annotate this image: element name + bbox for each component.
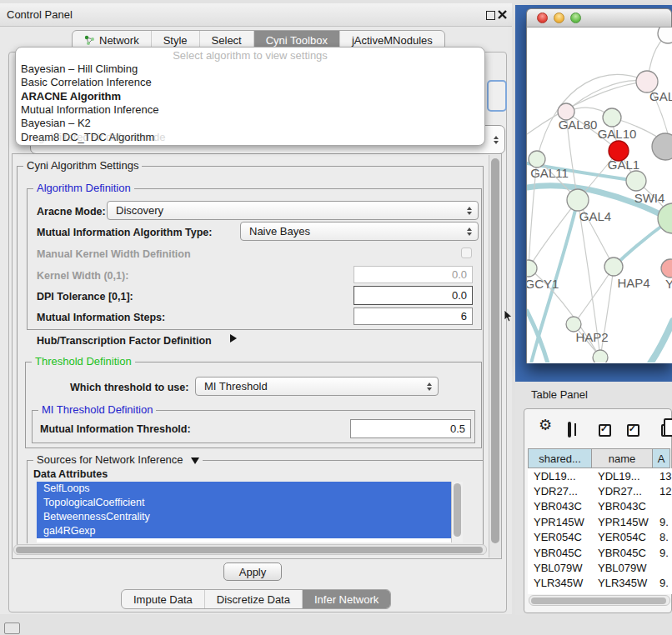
network-canvas[interactable]: GALGAL80GAL10GAL1SWI4GAL11GAL4GCY1HAP4YH… xyxy=(526,28,672,363)
settings-hscrollbar-thumb[interactable] xyxy=(16,547,483,553)
node-label: Y xyxy=(665,277,672,291)
network-edge[interactable] xyxy=(650,321,672,362)
table-cell: YBL079W xyxy=(592,562,654,574)
node-label: GAL xyxy=(649,89,672,103)
table-cell: YPR145W xyxy=(592,516,654,528)
table-horizontal-scrollbar[interactable] xyxy=(529,595,670,606)
sources-title-text: Sources for Network Inference xyxy=(37,453,183,466)
document-icon[interactable] xyxy=(664,418,672,437)
data-attributes-list[interactable]: SelfLoopsTopologicalCoefficientBetweenne… xyxy=(37,482,462,542)
column-header-A[interactable]: A xyxy=(652,448,670,468)
network-view-window[interactable]: GALGAL80GAL10GAL1SWI4GAL11GAL4GCY1HAP4YH… xyxy=(526,8,672,363)
hub-definition-label: Hub/Transcription Factor Definition xyxy=(37,335,212,347)
mi-steps-field[interactable]: 6 xyxy=(354,308,473,325)
table-cell: 8 xyxy=(654,592,672,594)
node-label: HAP2 xyxy=(575,330,608,344)
close-icon[interactable] xyxy=(498,10,507,19)
mi-algorithm-type-label: Mutual Information Algorithm Type: xyxy=(37,227,212,238)
table-rows: YDL19...YDL19...13YDR27...YDR27...12YBR0… xyxy=(528,468,672,594)
settings-horizontal-scrollbar[interactable] xyxy=(13,544,487,555)
table-row[interactable]: YIL052CYIL052C8 xyxy=(528,591,672,594)
table-row[interactable]: YDR27...YDR27...12 xyxy=(528,483,672,498)
table-cell: 9. xyxy=(654,547,672,559)
float-window-icon[interactable] xyxy=(486,11,495,20)
network-node-y[interactable] xyxy=(661,259,672,278)
mi-threshold-field[interactable]: 0.5 xyxy=(350,419,471,438)
manual-kernel-width-checkbox[interactable] xyxy=(461,248,472,258)
data-attribute-item[interactable]: TopologicalCoefficient xyxy=(37,496,451,510)
network-node-gal1[interactable] xyxy=(626,171,646,191)
algorithm-option[interactable]: Basic Correlation Inference xyxy=(21,76,152,89)
network-node-gal10[interactable] xyxy=(603,108,621,127)
mi-steps-label: Mutual Information Steps: xyxy=(37,312,165,323)
minimize-traffic-light-icon[interactable] xyxy=(554,12,564,23)
table-row[interactable]: YDL19...YDL19...13 xyxy=(528,468,672,483)
tab-discretize-data[interactable]: Discretize Data xyxy=(205,590,303,608)
table-cell: 8. xyxy=(654,531,672,543)
tab-label: jActiveMNodules xyxy=(352,34,433,47)
network-edge[interactable] xyxy=(566,81,647,112)
table-row[interactable]: YBR043CYBR043C xyxy=(528,499,672,514)
network-node-hap4[interactable] xyxy=(604,258,623,276)
data-attribute-item[interactable]: BetweennessCentrality xyxy=(37,510,451,524)
gear-icon[interactable]: ⚙ xyxy=(539,418,552,432)
network-node-gal4[interactable] xyxy=(567,189,589,211)
network-window-titlebar[interactable] xyxy=(526,8,672,28)
network-edge[interactable] xyxy=(614,221,669,267)
which-threshold-combobox[interactable]: MI Threshold xyxy=(195,377,439,396)
split-columns-icon[interactable] xyxy=(568,422,571,438)
algorithm-option[interactable]: Bayesian – Hill Climbing xyxy=(21,62,138,76)
table-cell: YER054C xyxy=(592,531,654,543)
apply-button[interactable]: Apply xyxy=(223,562,282,581)
table-hscrollbar-thumb[interactable] xyxy=(531,598,666,604)
kernel-width-field[interactable]: 0.0 xyxy=(354,266,473,283)
network-node-gal11[interactable] xyxy=(529,151,545,168)
settings-vertical-scrollbar[interactable] xyxy=(489,155,501,558)
table-row[interactable]: YLR345WYLR345W9. xyxy=(528,576,672,591)
collapse-down-icon[interactable] xyxy=(191,458,199,464)
table-cell: YBR043C xyxy=(528,500,592,512)
tab-infer-network[interactable]: Infer Network xyxy=(303,590,390,608)
attributes-scrollbar-thumb[interactable] xyxy=(454,483,461,537)
expand-right-icon[interactable] xyxy=(230,334,237,342)
close-traffic-light-icon[interactable] xyxy=(537,12,548,23)
aracne-mode-combobox[interactable]: Discovery xyxy=(107,201,479,220)
table-cell: YBR045C xyxy=(592,547,654,559)
column-header-name[interactable]: name xyxy=(591,448,653,468)
attributes-vertical-scrollbar[interactable] xyxy=(451,482,463,542)
node-label: GAL80 xyxy=(559,118,598,132)
table-cell: YDR27... xyxy=(592,485,654,498)
dpi-tolerance-field[interactable]: 0.0 xyxy=(354,286,473,305)
network-node[interactable] xyxy=(652,133,672,160)
dock-mini-icon[interactable] xyxy=(4,622,20,634)
table-row[interactable]: YPR145WYPR145W9. xyxy=(528,514,672,529)
combo-stepper-icon[interactable] xyxy=(494,136,499,144)
network-graph[interactable]: GALGAL80GAL10GAL1SWI4GAL11GAL4GCY1HAP4YH… xyxy=(527,28,672,362)
zoom-traffic-light-icon[interactable] xyxy=(570,12,581,23)
table-row[interactable]: YBL079WYBL079W xyxy=(528,560,672,575)
node-label: HAP4 xyxy=(617,276,649,290)
algorithm-option[interactable]: Mutual Information Inference xyxy=(21,103,158,117)
algorithm-option[interactable]: ARACNE Algorithm xyxy=(21,90,121,103)
tab-impute-data[interactable]: Impute Data xyxy=(122,590,205,608)
table-cell: 9. xyxy=(654,577,672,589)
mouse-cursor xyxy=(504,310,514,323)
network-node[interactable] xyxy=(593,350,608,362)
column-header-shared[interactable]: shared... xyxy=(528,448,592,468)
focused-spinner[interactable] xyxy=(487,80,507,112)
checked-checkbox-icon[interactable] xyxy=(627,424,639,437)
table-cell: 9. xyxy=(654,516,672,528)
which-threshold-value: MI Threshold xyxy=(204,380,268,392)
table-cell: YDL19... xyxy=(592,470,654,482)
data-attribute-item[interactable]: SelfLoops xyxy=(37,482,451,496)
table-row[interactable]: YER054CYER054C8. xyxy=(528,530,672,545)
table-cell: YBL079W xyxy=(528,562,592,574)
data-attribute-item[interactable]: gal4RGexp xyxy=(37,524,451,538)
network-node[interactable] xyxy=(658,28,672,43)
checked-checkbox-icon[interactable] xyxy=(599,424,611,437)
algorithm-option[interactable]: Bayesian – K2 xyxy=(21,117,91,130)
settings-scrollbar-thumb[interactable] xyxy=(491,158,499,543)
mi-algorithm-type-combobox[interactable]: Naive Bayes xyxy=(240,222,479,241)
network-edge[interactable] xyxy=(574,267,614,324)
table-row[interactable]: YBR045CYBR045C9. xyxy=(528,545,672,560)
